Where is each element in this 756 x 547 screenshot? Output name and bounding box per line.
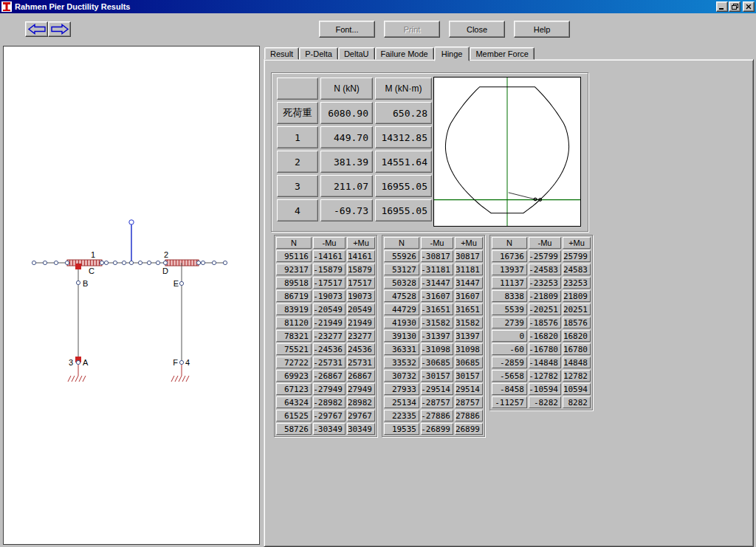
close-window-button[interactable] (743, 1, 755, 12)
mu-value: 31651 (455, 303, 483, 315)
mu-value: 28757 (455, 396, 483, 408)
label-node-f: F (173, 358, 178, 367)
mu-value: -28982 (313, 396, 346, 408)
mu-col-header: N (492, 237, 527, 249)
mu-value: 47528 (384, 290, 419, 302)
mu-value: -31582 (421, 317, 453, 328)
mu-value: 29514 (455, 383, 483, 395)
pier-members (34, 220, 225, 382)
mu-value: -24583 (529, 264, 561, 275)
structure-node (138, 261, 142, 264)
mu-col-header: +Mu (563, 237, 591, 249)
hinge-m-value: 650.28 (375, 102, 432, 124)
restore-icon (732, 4, 738, 10)
mu-value: -30157 (421, 370, 453, 382)
mu-value: 81120 (276, 317, 312, 328)
mu-value: 30349 (347, 423, 375, 435)
restore-button[interactable] (729, 1, 740, 12)
mu-value: 29767 (347, 410, 375, 422)
close-button[interactable]: Close (449, 21, 505, 38)
mu-value: 16736 (492, 250, 527, 262)
minimize-button[interactable] (716, 1, 728, 12)
mu-value: 23253 (563, 277, 591, 289)
structure-node (129, 261, 133, 264)
font-button[interactable]: Font... (319, 21, 375, 38)
tab-member-force[interactable]: Member Force (470, 47, 535, 60)
mu-value: -31651 (421, 303, 453, 315)
back-arrow-icon (27, 24, 47, 35)
mu-value: 55926 (384, 250, 419, 262)
mu-value: 27933 (384, 383, 419, 395)
mu-value: -31607 (421, 290, 453, 302)
hinge-n-value: 449.70 (320, 126, 373, 148)
mu-value: 64324 (276, 396, 312, 408)
mu-value: 16820 (563, 330, 591, 342)
mu-value: 16780 (563, 343, 591, 355)
tab-p-delta[interactable]: P-Delta (299, 47, 338, 60)
mu-value: -29514 (421, 383, 453, 395)
structure-node (76, 360, 80, 364)
structure-node (65, 261, 69, 264)
mu-value: -20251 (529, 303, 561, 315)
mu-value: -26899 (421, 423, 453, 435)
mu-value: -8282 (529, 396, 561, 408)
help-button[interactable]: Help (514, 21, 570, 38)
mu-value: 50328 (384, 277, 419, 289)
mu-value: 5539 (492, 303, 527, 315)
forward-button[interactable] (48, 21, 71, 37)
label-node-c: C (89, 266, 94, 275)
structure-node (113, 261, 117, 264)
mu-value: 20549 (347, 303, 375, 315)
pier-diagram: 1 2 C D B E 3 A F 4 (4, 47, 259, 544)
titlebar: Rahmen Pier Ductility Results (0, 0, 756, 13)
structure-node (76, 281, 80, 284)
hinge-table: N (kN)M (kN·m)死荷重6080.90650.281449.70143… (277, 78, 432, 221)
mu-value: -14848 (529, 357, 561, 368)
mu-value: -31447 (421, 277, 453, 289)
tab-result[interactable]: Result (264, 47, 299, 60)
mu-value: 30817 (455, 250, 483, 262)
mu-value: 19535 (384, 423, 419, 435)
tab-failure-mode[interactable]: Failure Mode (375, 47, 434, 60)
structure-node (43, 261, 47, 264)
mu-value: 53127 (384, 264, 419, 275)
mu-value: 30685 (455, 357, 483, 368)
interaction-plot-svg (434, 78, 580, 226)
mu-value: 61525 (276, 410, 312, 422)
hinge-table-corner (277, 78, 318, 100)
mu-value: -20549 (313, 303, 346, 315)
hinge-n-value: 381.39 (320, 151, 373, 173)
mu-value: 89518 (276, 277, 312, 289)
structure-node (179, 281, 183, 285)
mu-value: 14848 (563, 357, 591, 368)
mu-value: -14161 (313, 250, 346, 262)
tab-hinge[interactable]: Hinge (434, 47, 470, 61)
mu-value: 24583 (563, 264, 591, 275)
print-button[interactable]: Print (384, 21, 440, 38)
mu-value: -16780 (529, 343, 561, 355)
mu-value: -30349 (313, 423, 346, 435)
hinge-col-header-m: M (kN·m) (375, 78, 432, 100)
hinge-summary-group: N (kN)M (kN·m)死荷重6080.90650.281449.70143… (271, 72, 588, 232)
mu-value: -2859 (492, 357, 527, 368)
structure-node (100, 261, 103, 264)
structure-node (156, 261, 159, 264)
mu-value: 30157 (455, 370, 483, 382)
mu-value: 31582 (455, 317, 483, 328)
label-node-2: 2 (164, 250, 168, 259)
forward-arrow-icon (50, 24, 69, 35)
mu-table-2: N-Mu+Mu55926-308173081753127-31181311815… (382, 235, 485, 437)
mu-value: 27949 (347, 383, 375, 395)
tab-deltau[interactable]: DeltaU (338, 47, 375, 60)
mu-value: 22335 (384, 410, 419, 422)
mu-value: -10594 (529, 383, 561, 395)
mu-value: 27886 (455, 410, 483, 422)
mu-value: 69923 (276, 370, 312, 382)
back-button[interactable] (25, 21, 48, 37)
mu-value: 44729 (384, 303, 419, 315)
mu-value: -23277 (313, 330, 346, 342)
hinge-row-label: 1 (277, 126, 318, 148)
hinge-row-label: 4 (277, 199, 318, 221)
mu-value: -16820 (529, 330, 561, 342)
mu-value: -28757 (421, 396, 453, 408)
